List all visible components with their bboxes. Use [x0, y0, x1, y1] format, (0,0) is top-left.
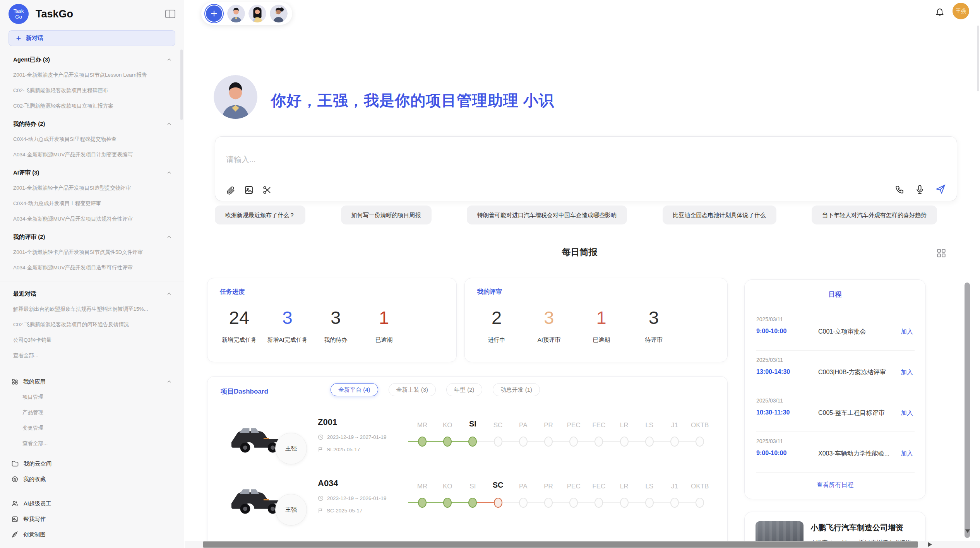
schedule-time: 13:00-14:30 — [756, 368, 790, 375]
stat-label: 新增完成任务 — [219, 336, 259, 344]
attachment-button[interactable] — [226, 185, 235, 195]
horizontal-scrollbar-thumb[interactable] — [203, 541, 918, 548]
sidebar-item[interactable]: C02-飞腾新能源轻客改款项目立项汇报方案 — [0, 98, 184, 114]
agent-avatar[interactable] — [270, 5, 288, 22]
sidebar-section-header[interactable]: 最近对话 — [0, 286, 184, 301]
sidebar-section-header[interactable]: AI评审 (3) — [0, 165, 184, 180]
milestone-dot — [443, 498, 452, 508]
sidebar-item-cloud-space[interactable]: 我的云空间 — [0, 456, 184, 471]
task-progress-card: 任务进度 24新增完成任务3新增AI完成任务3我的待办1已逾期 — [207, 278, 457, 362]
scroll-right-button[interactable] — [928, 542, 932, 547]
greeting-text: 你好，王强，我是你的项目管理助理 小识 — [271, 90, 554, 111]
dashboard-tab[interactable]: 全新上装 (3) — [389, 383, 436, 396]
milestone-dot — [519, 437, 528, 447]
sidebar-item[interactable]: 解释最新出台的欧盟报废车法规再生塑料比例被调至15%... — [0, 301, 184, 317]
microphone-button[interactable] — [915, 185, 925, 194]
scroll-down-button[interactable] — [965, 529, 970, 533]
join-link[interactable]: 加入 — [901, 328, 913, 336]
sidebar-section: 最近对话解释最新出台的欧盟报废车法规再生塑料比例被调至15%...C02-飞腾新… — [0, 286, 184, 363]
stat-value: 1 — [364, 308, 404, 328]
stat-column: 3新增AI完成任务 — [267, 308, 308, 344]
sidebar-section: AI评审 (3)Z001-全新燃油轻卡产品开发项目SI造型提交物评审C0X4-动… — [0, 165, 184, 227]
milestone-label: MR — [409, 421, 436, 429]
project-row[interactable]: 王强 Z001 2023-12-19 ~ 2027-01-19 SI-2025-… — [207, 409, 728, 471]
sidebar-section-title: 我的待办 (2) — [13, 120, 45, 128]
pen-icon — [12, 531, 18, 538]
sidebar-item-help-me-write[interactable]: 帮我写作 — [0, 511, 184, 527]
image-upload-button[interactable] — [244, 185, 254, 195]
sidebar-item-my-apps[interactable]: 我的应用 — [0, 374, 184, 389]
my-apps-subitem[interactable]: 变更管理 — [0, 420, 184, 436]
stat-label: 新增AI完成任务 — [267, 336, 308, 344]
my-apps-subitem[interactable]: 产品管理 — [0, 405, 184, 420]
my-apps-subitem[interactable]: 查看全部... — [0, 436, 184, 451]
phone-icon — [895, 185, 905, 194]
sidebar-item[interactable]: Z001-全新燃油轻卡产品开发项目SI节点属性5D文件评审 — [0, 245, 184, 260]
sidebar-item[interactable]: A034-全新新能源MUV产品开发项目造型可行性评审 — [0, 260, 184, 276]
voice-call-button[interactable] — [895, 185, 905, 194]
news-title: 小鹏飞行汽车制造公司增资 — [810, 522, 918, 533]
milestone-label: PEC — [560, 483, 587, 490]
dashboard-tab[interactable]: 全新平台 (4) — [331, 383, 378, 396]
sidebar-section-header[interactable]: 我的待办 (2) — [0, 116, 184, 132]
right-panel-scrollbar[interactable] — [965, 283, 970, 538]
sidebar-section-header[interactable]: 我的评审 (2) — [0, 229, 184, 245]
my-apps-label: 我的应用 — [23, 378, 46, 385]
dashboard-tab[interactable]: 动总开发 (1) — [493, 383, 540, 396]
star-badge-icon — [12, 476, 18, 483]
sidebar-item[interactable]: Z001-全新燃油轻卡产品开发项目SI造型提交物评审 — [0, 180, 184, 196]
project-date-range: 2023-12-19 ~ 2026-01-19 — [318, 495, 387, 501]
sidebar-item-creative-drawing[interactable]: 创意制图 — [0, 527, 184, 542]
project-flag-text: SC-2025-05-17 — [327, 508, 362, 514]
project-date-text: 2023-12-19 ~ 2026-01-19 — [327, 495, 387, 501]
suggestion-chip[interactable]: 特朗普可能对进口汽车增税会对中国车企造成哪些影响 — [467, 206, 627, 224]
suggestion-chip[interactable]: 比亚迪全固态电池计划具体说了什么 — [663, 206, 776, 224]
sidebar-item[interactable]: Z001-全新燃油皮卡产品开发项目SI节点Lesson Learn报告 — [0, 67, 184, 83]
sidebar-item[interactable]: C0X4-动力总成开发项目SI里程碑提交物检查 — [0, 132, 184, 147]
sidebar-scrollbar[interactable] — [180, 50, 183, 120]
view-all-schedule-link[interactable]: 查看所有日程 — [745, 481, 925, 489]
notifications-button[interactable] — [935, 7, 944, 16]
send-button[interactable] — [935, 184, 946, 195]
user-avatar[interactable]: 王强 — [953, 3, 969, 19]
agent-avatar[interactable] — [248, 5, 266, 22]
stat-value: 3 — [267, 308, 308, 328]
sidebar-item[interactable]: A034-全新新能源MUV产品开发项目计划变更表编写 — [0, 147, 184, 163]
sidebar-item[interactable]: C02-飞腾新能源轻客改款项目的闭环通告反馈情况 — [0, 317, 184, 332]
suggestion-chip[interactable]: 欧洲新规最近颁布了什么？ — [215, 206, 305, 224]
my-apps-subitem[interactable]: 项目管理 — [0, 389, 184, 405]
agent-switcher — [201, 2, 292, 25]
milestone-dot — [418, 437, 427, 447]
sidebar-item-favorites[interactable]: 我的收藏 — [0, 471, 184, 487]
bell-icon — [935, 7, 944, 16]
dashboard-tab[interactable]: 年型 (2) — [446, 383, 482, 396]
divider — [756, 432, 915, 432]
milestone-dot — [595, 498, 603, 508]
sidebar-section-header[interactable]: Agent已办 (3) — [0, 52, 184, 67]
join-link[interactable]: 加入 — [901, 368, 913, 377]
suggestion-chip[interactable]: 如何写一份清晰的项目周报 — [341, 206, 432, 224]
milestone-dot — [468, 437, 477, 447]
join-link[interactable]: 加入 — [901, 409, 913, 417]
sidebar-collapse-button[interactable] — [165, 10, 175, 18]
join-link[interactable]: 加入 — [901, 450, 913, 458]
sidebar-item[interactable]: A034-全新新能源MUV产品开发项目法规符合性评审 — [0, 211, 184, 227]
screenshot-button[interactable] — [262, 185, 272, 195]
milestone-label: LS — [636, 483, 663, 490]
panel-collapse-icon — [165, 10, 175, 18]
suggestion-chip[interactable]: 当下年轻人对汽车外观有怎样的喜好趋势 — [812, 206, 937, 224]
briefing-layout-button[interactable] — [936, 248, 946, 258]
add-agent-button[interactable] — [206, 5, 222, 22]
sidebar-item[interactable]: 公司Q3轻卡销量 — [0, 332, 184, 348]
sidebar-item[interactable]: C0X4-动力总成开发项目工程变更评审 — [0, 196, 184, 211]
page-scrollbar[interactable] — [977, 26, 979, 91]
agent-avatar[interactable] — [227, 5, 245, 22]
view-all-link[interactable]: 查看全部... — [0, 348, 184, 363]
message-input[interactable] — [226, 154, 845, 175]
chevron-up-icon — [166, 378, 172, 385]
sidebar-item-ai-super-employee[interactable]: AI超级员工 — [0, 496, 184, 511]
new-chat-button[interactable]: 新对话 — [9, 30, 175, 46]
project-row[interactable]: 王强 A034 2023-12-19 ~ 2026-01-19 SC-2025-… — [207, 471, 728, 532]
project-dashboard-title: 项目Dashboard — [221, 387, 268, 396]
sidebar-item[interactable]: C02-飞腾新能源轻客改款项目里程碑画布 — [0, 83, 184, 98]
